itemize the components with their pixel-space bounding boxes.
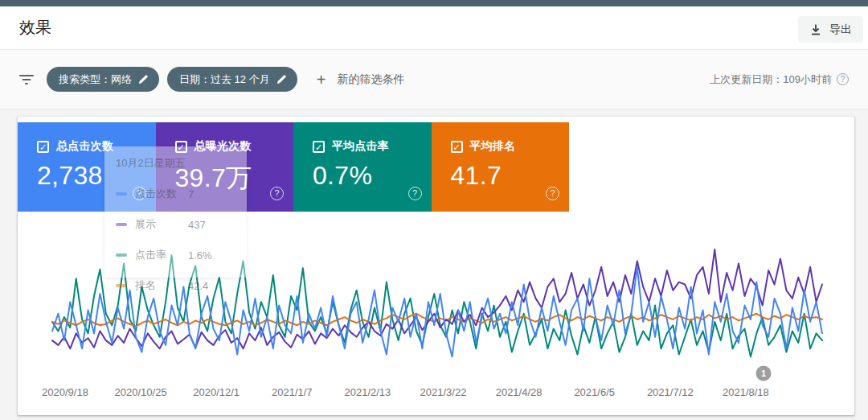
- x-axis-label: 2021/8/18: [723, 386, 769, 398]
- card-total-clicks[interactable]: ✓ 总点击次数 2,738 ?: [18, 122, 156, 212]
- page-title: 效果: [19, 17, 51, 39]
- page-header: 效果 导出: [0, 6, 868, 50]
- x-axis-label: 2021/7/12: [647, 386, 694, 398]
- filter-chip-label: 日期：过去 12 个月: [179, 72, 270, 87]
- help-icon[interactable]: ?: [270, 187, 284, 200]
- x-axis-label: 2021/3/22: [420, 386, 467, 398]
- card-average-position[interactable]: ✓ 平均排名 41.7 ?: [432, 122, 570, 212]
- card-label: 平均点击率: [332, 139, 389, 154]
- performance-line-chart[interactable]: 2020/9/182020/10/252020/12/12021/1/72021…: [18, 212, 854, 415]
- metric-cards: ✓ 总点击次数 2,738 ? ✓ 总曝光次数 39.7万 ? ✓ 平均点击率 …: [18, 122, 854, 212]
- x-axis-label: 2020/12/1: [193, 386, 240, 398]
- last-updated-text: 上次更新日期：109小时前: [710, 72, 832, 87]
- add-filter-label: 新的筛选条件: [337, 72, 404, 87]
- x-axis-label: 2021/4/28: [496, 386, 542, 398]
- help-icon[interactable]: ?: [546, 187, 559, 200]
- download-icon: [809, 23, 822, 36]
- x-axis-label: 2021/6/5: [574, 386, 615, 398]
- x-axis-label: 2020/9/18: [42, 386, 88, 398]
- help-icon[interactable]: ?: [133, 187, 146, 200]
- card-average-ctr[interactable]: ✓ 平均点击率 0.7% ?: [293, 122, 432, 212]
- x-axis-label: 2020/10/25: [115, 386, 167, 398]
- x-axis-label: 2021/1/7: [272, 386, 313, 398]
- checkbox-checked-icon[interactable]: ✓: [451, 141, 463, 153]
- performance-panel: ✓ 总点击次数 2,738 ? ✓ 总曝光次数 39.7万 ? ✓ 平均点击率 …: [18, 117, 854, 415]
- card-label: 平均排名: [470, 139, 516, 154]
- pagination-badge-label: 1: [761, 369, 766, 378]
- card-label: 总曝光次数: [194, 139, 252, 154]
- card-label: 总点击次数: [56, 139, 113, 154]
- filter-chip-search-type[interactable]: 搜索类型：网络: [47, 67, 159, 92]
- edit-pencil-icon[interactable]: [276, 74, 287, 84]
- plus-icon: +: [317, 72, 326, 88]
- filter-chip-label: 搜索类型：网络: [59, 72, 132, 87]
- x-axis-label: 2021/2/13: [344, 386, 391, 398]
- edit-pencil-icon[interactable]: [138, 74, 149, 84]
- help-icon[interactable]: ?: [408, 187, 422, 200]
- checkbox-checked-icon[interactable]: ✓: [175, 141, 187, 153]
- filter-chip-date-range[interactable]: 日期：过去 12 个月: [167, 67, 297, 92]
- filter-list-icon[interactable]: [19, 74, 34, 85]
- export-button[interactable]: 导出: [798, 16, 863, 43]
- add-filter-button[interactable]: + 新的筛选条件: [317, 72, 405, 88]
- app-top-strip: [0, 0, 868, 6]
- card-total-impressions[interactable]: ✓ 总曝光次数 39.7万 ?: [156, 122, 294, 212]
- help-icon[interactable]: ?: [837, 73, 849, 85]
- last-updated: 上次更新日期：109小时前 ?: [710, 72, 849, 87]
- checkbox-checked-icon[interactable]: ✓: [37, 141, 49, 153]
- checkbox-checked-icon[interactable]: ✓: [313, 141, 325, 153]
- filter-bar: 搜索类型：网络 日期：过去 12 个月 + 新的筛选条件 上次更新日期：109小…: [0, 50, 868, 109]
- export-button-label: 导出: [829, 23, 852, 37]
